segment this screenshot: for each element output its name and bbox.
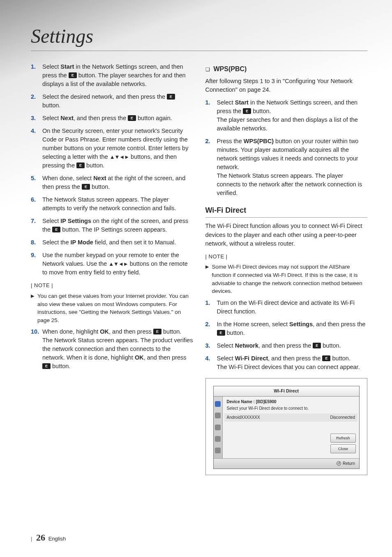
- dpad-arrows-icon: ▲▼◄►: [110, 154, 129, 160]
- bullet-arrow-icon: ▶: [205, 263, 212, 295]
- step-body: Select the IP Mode field, and then set i…: [42, 238, 193, 247]
- step-num: 3.: [205, 341, 217, 350]
- sidebar-icon[interactable]: [215, 413, 221, 418]
- step-body: The Network Status screen appears. The p…: [42, 195, 193, 213]
- sidebar-icon[interactable]: [215, 401, 221, 407]
- note-header: | NOTE |: [31, 282, 193, 290]
- shot-device-row[interactable]: AndroidXXXXXXX Disconnected: [224, 413, 358, 422]
- wps-intro: After followng Steps 1 to 3 in "Configur…: [205, 77, 368, 94]
- step-body: Select Next, and then press the E button…: [42, 114, 193, 123]
- enter-icon: E: [322, 355, 330, 361]
- step-num: 7.: [31, 217, 42, 234]
- step-body: Select the desired network, and then pre…: [42, 93, 193, 110]
- wifi-direct-intro: The Wi-Fi Direct function allows you to …: [205, 222, 368, 248]
- step-num: 3.: [31, 114, 42, 123]
- sidebar-icon[interactable]: [215, 425, 221, 430]
- two-column-layout: 1.Select Start in the Network Settings s…: [31, 63, 367, 475]
- bullet-arrow-icon: ▶: [31, 292, 37, 324]
- right-column: ❏ WPS(PBC) After followng Steps 1 to 3 i…: [205, 63, 368, 475]
- shot-footer: ↺ Return: [214, 458, 360, 469]
- sub-bullet-icon: ❏: [205, 66, 214, 73]
- enter-icon: E: [42, 363, 51, 369]
- step-num: 2.: [31, 93, 42, 110]
- page-title: Settings: [31, 25, 367, 51]
- step-body: Select Wi-Fi Direct, and then press the …: [217, 354, 368, 371]
- enter-icon: E: [82, 184, 90, 190]
- step-body: Select Network, and then press the E but…: [217, 341, 368, 350]
- step-body: Press the WPS(PBC) button on your router…: [217, 137, 368, 197]
- step-num: 5.: [31, 174, 42, 191]
- enter-icon: E: [128, 115, 136, 121]
- step-num: 8.: [31, 238, 42, 247]
- wps-title: WPS(PBC): [214, 64, 247, 74]
- enter-icon: E: [313, 343, 321, 348]
- return-icon: ↺: [337, 461, 341, 466]
- steps-b: 10.When done, highlight OK, and then pre…: [31, 327, 193, 371]
- step-num: 1.: [31, 63, 42, 88]
- page-footer: | 26 English: [31, 532, 66, 543]
- step-body: Turn on the Wi-Fi direct device and acti…: [217, 299, 368, 316]
- note-item: ▶ You can get these values from your Int…: [31, 292, 193, 324]
- dpad-arrows-icon: ▲▼◄►: [108, 261, 128, 267]
- enter-icon: E: [153, 329, 161, 334]
- step-num: 4.: [205, 354, 217, 371]
- shot-sidebar: [214, 397, 223, 458]
- step-num: 1.: [205, 299, 217, 316]
- step-body: When done, select Next at the right of t…: [42, 174, 193, 191]
- steps-a: 1.Select Start in the Network Settings s…: [31, 63, 193, 277]
- step-num: 10.: [31, 327, 42, 371]
- return-label[interactable]: Return: [343, 461, 355, 467]
- left-column: 1.Select Start in the Network Settings s…: [31, 63, 193, 475]
- shot-device-name: Device Name : [BD]E5900: [227, 399, 355, 405]
- shot-main: Device Name : [BD]E5900 Select your Wi-F…: [223, 397, 360, 458]
- shot-device-status: Disconnected: [330, 415, 355, 421]
- refresh-button[interactable]: Refresh: [330, 434, 356, 443]
- shot-title: Wi-Fi Direct: [214, 386, 360, 397]
- enter-icon: E: [217, 330, 225, 336]
- close-button[interactable]: Close: [330, 444, 356, 453]
- enter-icon: E: [243, 108, 251, 114]
- enter-icon: E: [52, 227, 60, 232]
- step-num: 9.: [31, 251, 42, 277]
- step-body: On the Security screen, enter your netwo…: [42, 127, 193, 170]
- step-body: Use the number keypad on your remote to …: [42, 251, 193, 277]
- shot-device-label: AndroidXXXXXXX: [227, 415, 260, 421]
- step-num: 2.: [205, 320, 217, 337]
- step-body: When done, highlight OK, and then press …: [42, 327, 193, 371]
- sidebar-icon[interactable]: [215, 436, 221, 442]
- shot-instruction: Select your Wi-Fi Direct device to conne…: [227, 406, 355, 412]
- step-num: 6.: [31, 195, 42, 213]
- page-number: 26: [36, 532, 45, 543]
- step-num: 4.: [31, 127, 42, 170]
- note-text: Some Wi-Fi Direct devices may not suppor…: [212, 263, 368, 295]
- step-body: Select Start in the Network Settings scr…: [217, 98, 368, 133]
- sidebar-icon[interactable]: [215, 448, 221, 453]
- wifi-direct-screenshot: Wi-Fi Direct Device Name : [BD]E5900 Sel…: [205, 378, 368, 475]
- page-language: English: [48, 536, 66, 542]
- note-item: ▶ Some Wi-Fi Direct devices may not supp…: [205, 263, 368, 295]
- wifi-direct-header: Wi-Fi Direct: [205, 205, 368, 218]
- step-body: Select IP Settings on the right of the s…: [42, 217, 193, 234]
- step-num: 2.: [205, 137, 217, 197]
- enter-icon: E: [69, 72, 77, 78]
- wps-subheader: ❏ WPS(PBC): [205, 64, 368, 74]
- step-num: 1.: [205, 98, 217, 133]
- enter-icon: E: [76, 162, 85, 168]
- note-header: | NOTE |: [205, 253, 368, 261]
- step-body: In the Home screen, select Settings, and…: [217, 320, 368, 337]
- step-body: Select Start in the Network Settings scr…: [42, 63, 193, 88]
- enter-icon: E: [167, 94, 175, 100]
- note-text: You can get these values from your Inter…: [37, 292, 193, 324]
